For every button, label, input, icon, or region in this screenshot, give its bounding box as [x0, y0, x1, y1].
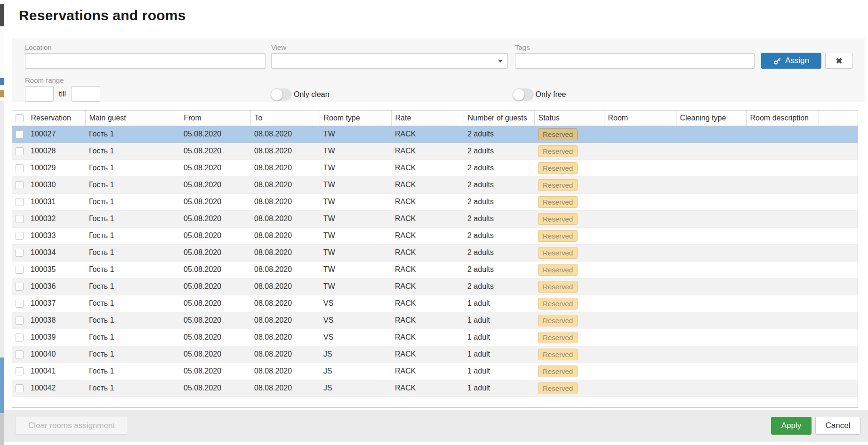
table-row[interactable]: 100036 Гость 1 05.08.2020 08.08.2020 TW … [12, 278, 858, 295]
row-checkbox[interactable] [16, 232, 24, 240]
row-checkbox[interactable] [16, 283, 24, 291]
only-free-toggle[interactable] [513, 88, 534, 101]
main-guest-cell: Гость 1 [85, 346, 180, 363]
main-guest-cell: Гость 1 [85, 380, 180, 397]
cleaning-type-cell [676, 176, 746, 193]
room-range-from-input[interactable] [25, 86, 54, 102]
room-description-cell [746, 295, 819, 312]
clear-filters-button[interactable]: ✖ [825, 53, 853, 69]
room-cell [604, 380, 676, 397]
table-row[interactable]: 100033 Гость 1 05.08.2020 08.08.2020 TW … [12, 227, 858, 244]
table-row[interactable]: 100042 Гость 1 05.08.2020 08.08.2020 JS … [12, 380, 858, 397]
rate-cell: RACK [391, 329, 464, 346]
row-checkbox[interactable] [16, 130, 24, 138]
status-badge: Reserved [538, 281, 578, 293]
status-badge: Reserved [538, 128, 578, 140]
status-badge: Reserved [538, 196, 578, 208]
to-cell: 08.08.2020 [250, 329, 320, 346]
status-badge: Reserved [538, 145, 578, 157]
select-all-checkbox[interactable] [16, 114, 24, 122]
room-range-label: Room range [25, 76, 265, 84]
rate-cell: RACK [391, 312, 464, 329]
row-checkbox[interactable] [16, 350, 24, 358]
row-checkbox[interactable] [16, 317, 24, 325]
room-description-cell [746, 227, 819, 244]
room-description-cell [746, 312, 819, 329]
reservation-cell: 100042 [27, 380, 85, 397]
rate-cell: RACK [391, 159, 464, 176]
clear-rooms-assignment-button[interactable]: Clear rooms assignment [15, 417, 128, 435]
row-end-cell [819, 244, 858, 261]
table-row[interactable]: 100035 Гость 1 05.08.2020 08.08.2020 TW … [12, 261, 858, 278]
location-field-group: Location [25, 43, 265, 69]
status-badge: Reserved [538, 349, 578, 360]
table-row[interactable]: 100030 Гость 1 05.08.2020 08.08.2020 TW … [12, 176, 858, 193]
row-checkbox[interactable] [16, 215, 24, 223]
main-guest-cell: Гость 1 [85, 278, 180, 295]
row-checkbox[interactable] [16, 198, 24, 206]
table-row[interactable]: 100027 Гость 1 05.08.2020 08.08.2020 TW … [12, 126, 858, 143]
header-number-of-guests[interactable]: Number of guests [464, 111, 534, 126]
reservation-cell: 100028 [27, 143, 85, 159]
table-row[interactable]: 100038 Гость 1 05.08.2020 08.08.2020 VS … [12, 312, 858, 329]
room-range-till-input[interactable] [72, 86, 100, 102]
row-checkbox[interactable] [16, 266, 24, 274]
table-row[interactable]: 100041 Гость 1 05.08.2020 08.08.2020 JS … [12, 363, 858, 380]
table-row[interactable]: 100028 Гость 1 05.08.2020 08.08.2020 TW … [12, 143, 858, 159]
cancel-button[interactable]: Cancel [815, 417, 860, 435]
table-row[interactable]: 100032 Гость 1 05.08.2020 08.08.2020 TW … [12, 210, 858, 227]
row-checkbox[interactable] [16, 147, 24, 155]
table-row[interactable]: 100031 Гость 1 05.08.2020 08.08.2020 TW … [12, 193, 858, 210]
cleaning-type-cell [676, 210, 746, 227]
chevron-down-icon[interactable] [498, 60, 503, 63]
reservation-cell: 100035 [27, 261, 85, 278]
to-cell: 08.08.2020 [250, 210, 320, 227]
row-checkbox[interactable] [16, 249, 24, 257]
header-cleaning-type[interactable]: Cleaning type [676, 111, 746, 126]
header-empty [819, 111, 858, 126]
row-checkbox[interactable] [16, 367, 24, 375]
location-input[interactable] [25, 53, 265, 69]
table-row[interactable]: 100040 Гость 1 05.08.2020 08.08.2020 JS … [12, 346, 858, 363]
header-to[interactable]: To [250, 111, 320, 126]
header-room-type[interactable]: Room type [320, 111, 391, 126]
guests-cell: 2 adults [464, 227, 534, 244]
reservation-cell: 100039 [27, 329, 85, 346]
status-badge: Reserved [538, 315, 578, 326]
table-row[interactable]: 100037 Гость 1 05.08.2020 08.08.2020 VS … [12, 295, 858, 312]
apply-button[interactable]: Apply [771, 417, 812, 435]
header-room-description[interactable]: Room description [746, 111, 819, 126]
row-checkbox[interactable] [16, 384, 24, 392]
row-end-cell [819, 346, 858, 363]
row-checkbox[interactable] [16, 164, 24, 172]
assign-button[interactable]: Assign [761, 53, 821, 69]
rate-cell: RACK [391, 143, 464, 159]
rate-cell: RACK [391, 363, 464, 380]
header-from[interactable]: From [180, 111, 250, 126]
guests-cell: 2 adults [464, 244, 534, 261]
room-type-cell: TW [320, 126, 391, 143]
header-room[interactable]: Room [604, 111, 676, 126]
reservations-table: Reservation Main guest From To Room type… [12, 110, 858, 408]
header-status[interactable]: Status [534, 111, 604, 126]
header-reservation[interactable]: Reservation [27, 111, 85, 126]
table-row[interactable]: 100029 Гость 1 05.08.2020 08.08.2020 TW … [12, 159, 858, 176]
guests-cell: 1 adult [464, 346, 534, 363]
main-guest-cell: Гость 1 [85, 126, 180, 143]
rate-cell: RACK [391, 210, 464, 227]
row-checkbox[interactable] [16, 334, 24, 342]
header-rate[interactable]: Rate [391, 111, 464, 126]
row-checkbox[interactable] [16, 181, 24, 189]
room-cell [604, 295, 676, 312]
header-main-guest[interactable]: Main guest [85, 111, 180, 126]
room-range-group: Room range till [25, 76, 265, 102]
tags-input[interactable] [515, 53, 755, 69]
guests-cell: 2 adults [464, 143, 534, 159]
to-cell: 08.08.2020 [250, 143, 320, 159]
till-label: till [59, 90, 66, 98]
only-clean-toggle[interactable] [271, 88, 292, 101]
table-row[interactable]: 100039 Гость 1 05.08.2020 08.08.2020 VS … [12, 329, 858, 346]
view-select[interactable] [271, 53, 508, 69]
table-row[interactable]: 100034 Гость 1 05.08.2020 08.08.2020 TW … [12, 244, 858, 261]
row-checkbox[interactable] [16, 300, 24, 308]
